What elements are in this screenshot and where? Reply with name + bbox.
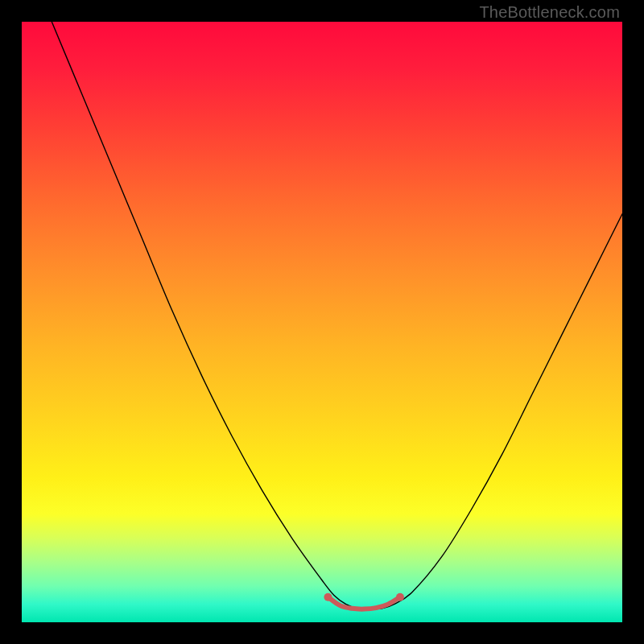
trough-marker-0 [324,593,332,601]
plot-area [22,22,622,622]
series-layer [52,22,622,609]
series-main-curve [52,22,622,609]
chart-frame: TheBottleneck.com [0,0,644,644]
trough-marker-1 [396,593,404,601]
chart-svg [22,22,622,622]
watermark-text: TheBottleneck.com [479,3,620,22]
